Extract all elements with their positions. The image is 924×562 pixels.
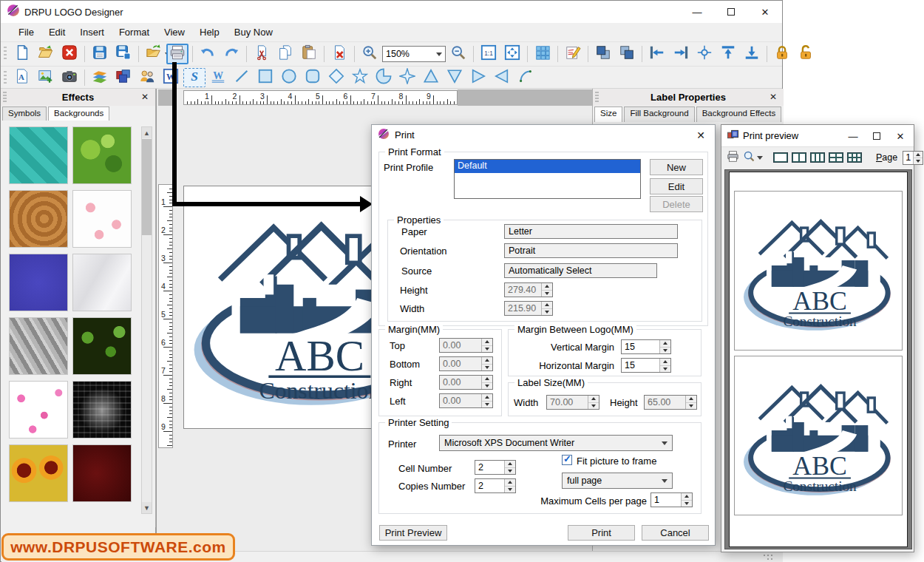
preview-print-button[interactable] xyxy=(726,149,740,166)
copy-button[interactable] xyxy=(274,44,296,64)
import-button[interactable] xyxy=(143,44,165,64)
diamond-button[interactable] xyxy=(325,68,347,87)
triangle-up-button[interactable] xyxy=(420,68,442,87)
background-thumbnail-white-silk[interactable] xyxy=(72,254,132,311)
delete-button[interactable] xyxy=(328,44,350,64)
save-as-button[interactable] xyxy=(112,44,135,64)
vertical-margin-spinner[interactable]: 15 xyxy=(621,339,671,354)
s-curve-button[interactable]: S xyxy=(183,68,205,87)
cut-button[interactable] xyxy=(251,44,273,64)
pie-button[interactable] xyxy=(373,68,395,87)
four-page-layout-button[interactable] xyxy=(828,149,844,166)
align-center-button[interactable] xyxy=(693,44,716,64)
print-button[interactable]: Print xyxy=(568,525,635,541)
menu-item-edit[interactable]: Edit xyxy=(41,24,72,41)
background-thumbnail-black-dots[interactable] xyxy=(72,381,132,439)
zoom-level-combo[interactable]: 150% xyxy=(382,46,446,62)
align-right-button[interactable] xyxy=(670,44,692,64)
fit-picture-checkbox[interactable] xyxy=(562,455,572,465)
tab-backgrounds[interactable]: Backgrounds xyxy=(48,106,109,121)
profile-list-item[interactable]: Default xyxy=(455,160,640,173)
background-thumbnail-teal-geometric[interactable] xyxy=(9,126,68,184)
paper-field[interactable]: Letter xyxy=(504,224,678,239)
one-page-layout-button[interactable] xyxy=(772,149,789,166)
margin-right-spinner[interactable]: 0.00 xyxy=(439,375,493,390)
text-insert-button[interactable]: A xyxy=(11,68,33,87)
preview-maximize-button[interactable] xyxy=(865,125,889,147)
tab-fill-background[interactable]: Fill Background xyxy=(624,106,694,122)
menu-item-insert[interactable]: Insert xyxy=(72,24,112,41)
cell-number-spinner[interactable]: 2 xyxy=(475,460,516,475)
open-file-button[interactable] xyxy=(35,44,57,64)
height-spinner[interactable]: 279.40 xyxy=(504,282,553,297)
fit-to-window-button[interactable] xyxy=(501,44,523,64)
background-thumbnail-pink-roses[interactable] xyxy=(72,190,132,248)
background-thumbnail-green-circles[interactable] xyxy=(72,126,132,184)
print-dialog-close-icon[interactable]: ✕ xyxy=(694,129,707,142)
menu-item-view[interactable]: View xyxy=(157,24,192,41)
background-thumbnail-pink-floral[interactable] xyxy=(9,381,68,439)
delete-button[interactable]: Delete xyxy=(650,196,703,212)
align-left-button[interactable] xyxy=(646,44,668,64)
source-field[interactable]: Automatically Select xyxy=(504,263,657,278)
word-button[interactable]: W xyxy=(160,68,182,87)
scale-mode-combo[interactable]: full page xyxy=(562,473,673,489)
background-thumbnail-purple-texture[interactable] xyxy=(9,254,68,311)
edit-label-button[interactable] xyxy=(562,44,584,64)
new-document-button[interactable] xyxy=(11,44,33,64)
redo-button[interactable] xyxy=(220,44,242,64)
background-thumbnail-dark-red[interactable] xyxy=(72,444,132,502)
copies-number-spinner[interactable]: 2 xyxy=(475,478,516,493)
effects-close-icon[interactable]: ✕ xyxy=(139,91,151,103)
tab-background-effects[interactable]: Background Effects xyxy=(696,106,782,122)
preview-close-button[interactable]: ✕ xyxy=(889,125,912,147)
label-width-spinner[interactable]: 70.00 xyxy=(546,395,599,410)
page-number-spinner[interactable]: 1 xyxy=(903,151,923,165)
rectangle-button[interactable] xyxy=(254,68,276,87)
send-to-back-button[interactable] xyxy=(616,44,638,64)
cancel-button[interactable]: Cancel xyxy=(642,525,709,541)
print-preview-button[interactable]: Print Preview xyxy=(379,525,447,541)
undo-button[interactable] xyxy=(197,44,219,64)
background-thumbnail-wood-grain[interactable] xyxy=(9,190,68,248)
scroll-down-icon[interactable]: ▼ xyxy=(142,502,152,513)
six-page-layout-button[interactable] xyxy=(846,149,863,166)
label-properties-close-icon[interactable]: ✕ xyxy=(767,91,779,103)
orientation-field[interactable]: Potrait xyxy=(504,243,678,258)
star-4-button[interactable] xyxy=(396,68,418,87)
three-page-layout-button[interactable] xyxy=(809,149,826,166)
two-page-layout-button[interactable] xyxy=(791,149,807,166)
close-button[interactable]: ✕ xyxy=(748,1,782,23)
tab-symbols[interactable]: Symbols xyxy=(2,106,47,121)
horizontal-margin-spinner[interactable]: 15 xyxy=(621,358,671,373)
label-height-spinner[interactable]: 65.00 xyxy=(644,395,697,410)
max-cells-spinner[interactable]: 1 xyxy=(650,492,693,507)
star-button[interactable] xyxy=(349,68,371,87)
align-bottom-button[interactable] xyxy=(741,44,763,64)
users-button[interactable] xyxy=(136,68,158,87)
printer-combo[interactable]: Microsoft XPS Document Writer xyxy=(439,435,673,451)
minimize-button[interactable]: — xyxy=(680,1,714,23)
save-button[interactable] xyxy=(89,44,111,64)
image-insert-button[interactable] xyxy=(35,68,57,87)
paste-button[interactable] xyxy=(298,44,320,64)
bring-to-front-button[interactable] xyxy=(592,44,614,64)
zoom-in-button[interactable] xyxy=(359,44,381,64)
maximize-button[interactable] xyxy=(714,1,748,23)
wordart-button[interactable]: W xyxy=(207,68,229,87)
align-top-button[interactable] xyxy=(717,44,739,64)
ellipse-button[interactable] xyxy=(278,68,300,87)
margin-left-spinner[interactable]: 0.00 xyxy=(439,393,493,408)
rounded-rectangle-button[interactable] xyxy=(302,68,324,87)
close-file-button[interactable] xyxy=(58,44,81,64)
edit-button[interactable]: Edit xyxy=(650,178,703,194)
triangle-down-button[interactable] xyxy=(444,68,466,87)
lock-button[interactable] xyxy=(771,44,793,64)
grid-button[interactable] xyxy=(531,44,554,64)
layers-button[interactable] xyxy=(89,68,111,87)
zoom-out-button[interactable] xyxy=(447,44,469,64)
colors-button[interactable] xyxy=(112,68,135,87)
arc-button[interactable] xyxy=(514,68,537,87)
triangle-left-button[interactable] xyxy=(491,68,513,87)
tab-size[interactable]: Size xyxy=(594,106,622,122)
